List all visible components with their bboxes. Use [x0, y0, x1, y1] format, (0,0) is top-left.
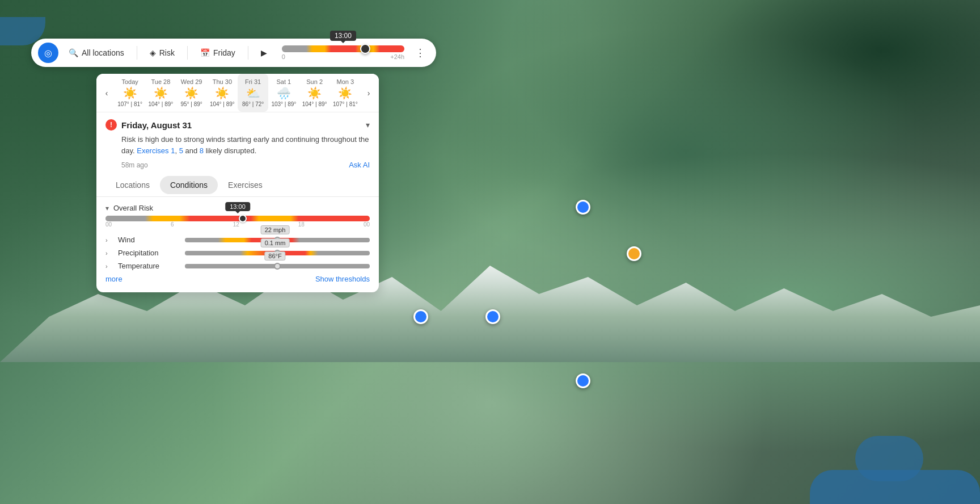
location-dot-1[interactable]	[576, 200, 590, 215]
tab-locations[interactable]: Locations	[105, 176, 160, 194]
temperature-bar[interactable]: 86°F	[185, 264, 370, 268]
day-wed29-label: Wed 29	[181, 78, 202, 85]
timeline-bar[interactable]	[282, 45, 404, 52]
temperature-bar-wrap: 86°F	[185, 264, 370, 268]
tab-conditions[interactable]: Conditions	[160, 176, 218, 194]
date-label: Friday	[213, 48, 235, 57]
exercise-link-1[interactable]: Exercises 1	[137, 146, 175, 155]
wind-value: 22 mph	[261, 225, 290, 234]
alert-date: Friday, August 31	[121, 120, 192, 130]
day-sun2-label: Sun 2	[306, 78, 323, 85]
day-mon3-label: Mon 3	[337, 78, 354, 85]
play-icon: ▶	[261, 48, 267, 57]
alert-collapse-button[interactable]: ▾	[366, 120, 370, 129]
search-icon: 🔍	[69, 48, 78, 57]
temperature-expand[interactable]: ›	[105, 263, 113, 270]
overall-risk-fill	[105, 216, 370, 221]
days-row: Today ☀️ 107° | 81° Tue 28 ☀️ 104° | 89°…	[115, 74, 361, 112]
overall-risk-expand[interactable]: ▾	[105, 204, 109, 212]
more-button[interactable]: ⋮	[411, 44, 429, 62]
divider-1	[137, 46, 137, 60]
all-locations-button[interactable]: 🔍 All locations	[61, 45, 132, 61]
ask-ai-button[interactable]: Ask AI	[349, 161, 370, 169]
day-fri31[interactable]: Fri 31 ⛅ 86° | 72°	[238, 74, 268, 112]
wind-row: › Wind 22 mph	[105, 236, 370, 244]
wind-expand[interactable]: ›	[105, 237, 113, 243]
day-thu30[interactable]: Thu 30 ☀️ 104° | 89°	[207, 74, 238, 112]
location-dot-2[interactable]	[627, 246, 641, 261]
risk-label: Risk	[159, 48, 175, 57]
overall-risk-tooltip: 13:00	[225, 202, 250, 211]
alert-meta: 58m ago Ask AI	[121, 161, 370, 169]
precipitation-expand[interactable]: ›	[105, 250, 113, 257]
day-today-label: Today	[121, 78, 138, 85]
day-thu30-temp: 104° | 89°	[210, 101, 235, 107]
day-sat1-label: Sat 1	[277, 78, 292, 85]
day-mon3[interactable]: Mon 3 ☀️ 107° | 81°	[330, 74, 361, 112]
exercise-link-2[interactable]: 5	[179, 146, 183, 155]
app-logo[interactable]	[38, 43, 58, 63]
alert-error-icon: !	[105, 119, 117, 131]
day-sun2-icon: ☀️	[307, 86, 322, 100]
all-locations-label: All locations	[82, 48, 124, 57]
overall-risk-cursor[interactable]	[239, 215, 247, 222]
date-button[interactable]: 📅 Friday	[192, 45, 243, 61]
overall-risk-bar[interactable]	[105, 216, 370, 221]
location-dot-4[interactable]	[485, 309, 500, 324]
tabs-row: Locations Conditions Exercises	[96, 174, 379, 197]
day-sat1-icon: 🌧️	[277, 86, 291, 100]
day-wed29-temp: 95° | 89°	[180, 101, 202, 107]
timeline-end: +24h	[390, 53, 404, 60]
day-tue28[interactable]: Tue 28 ☀️ 104° | 89°	[145, 74, 176, 112]
prev-day-button[interactable]: ‹	[99, 85, 115, 101]
play-button[interactable]: ▶	[253, 45, 275, 61]
bottom-row: more Show thresholds	[105, 275, 370, 283]
temperature-row: › Temperature 86°F	[105, 262, 370, 270]
day-wed29[interactable]: Wed 29 ☀️ 95° | 89°	[176, 74, 207, 112]
overall-risk-section: ▾ Overall Risk 13:00 00 6 12 18 00	[105, 204, 370, 228]
day-today-icon: ☀️	[123, 86, 137, 100]
day-tue28-label: Tue 28	[151, 78, 170, 85]
overall-risk-bar-wrap: 13:00 00 6 12 18 00	[105, 216, 370, 228]
temperature-cursor[interactable]: 86°F	[274, 263, 281, 270]
risk-button[interactable]: ◈ Risk	[142, 45, 183, 61]
overall-risk-label: Overall Risk	[113, 204, 153, 212]
alert-timestamp: 58m ago	[121, 161, 148, 169]
day-sat1[interactable]: Sat 1 🌧️ 103° | 89°	[268, 74, 299, 112]
show-thresholds-button[interactable]: Show thresholds	[315, 275, 370, 283]
day-today-temp: 107° | 81°	[117, 101, 142, 107]
day-thu30-label: Thu 30	[213, 78, 232, 85]
next-day-button[interactable]: ›	[361, 85, 377, 101]
timeline-fill	[282, 45, 404, 52]
risk-icon: ◈	[150, 48, 156, 57]
day-sun2[interactable]: Sun 2 ☀️ 104° | 89°	[299, 74, 330, 112]
location-dot-3[interactable]	[413, 309, 428, 324]
day-sat1-temp: 103° | 89°	[271, 101, 296, 107]
location-dot-5[interactable]	[576, 373, 590, 388]
day-fri31-temp: 86° | 72°	[242, 101, 264, 107]
divider-2	[187, 46, 188, 60]
water-body-3	[810, 470, 980, 504]
calendar-icon: 📅	[200, 48, 210, 57]
day-fri31-label: Fri 31	[245, 78, 261, 85]
more-link[interactable]: more	[105, 275, 122, 283]
day-thu30-icon: ☀️	[215, 86, 229, 100]
tab-exercises[interactable]: Exercises	[218, 176, 273, 194]
exercise-link-3[interactable]: 8	[200, 146, 204, 155]
timeline-start: 0	[282, 53, 285, 60]
weather-strip: ‹ Today ☀️ 107° | 81° Tue 28 ☀️ 104° | 8…	[96, 74, 379, 112]
divider-3	[248, 46, 248, 60]
day-wed29-icon: ☀️	[184, 86, 198, 100]
bar-label-18: 18	[298, 221, 305, 228]
overall-risk-labels: 00 6 12 18 00	[105, 221, 370, 228]
bar-label-6: 6	[171, 221, 174, 228]
precipitation-value: 0.1 mm	[261, 238, 290, 247]
timeline-cursor[interactable]	[360, 44, 370, 54]
day-tue28-icon: ☀️	[154, 86, 168, 100]
day-mon3-temp: 107° | 81°	[333, 101, 358, 107]
alert-section: ! Friday, August 31 ▾ Risk is high due t…	[96, 112, 379, 174]
day-fri31-icon: ⛅	[246, 86, 260, 100]
alert-header: ! Friday, August 31 ▾	[105, 119, 370, 131]
day-today[interactable]: Today ☀️ 107° | 81°	[115, 74, 145, 112]
day-mon3-icon: ☀️	[338, 86, 352, 100]
